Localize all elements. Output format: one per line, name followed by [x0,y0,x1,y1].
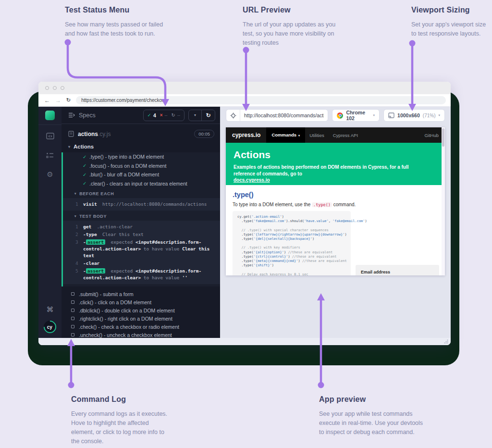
window-minimize-button[interactable] [53,86,57,90]
test-row-pending[interactable]: .click() - click on a DOM element [62,298,220,306]
browser-select[interactable]: Chrome 102 ▾ [332,109,380,122]
nav-item-cypress-api[interactable]: Cypress API [329,133,362,138]
address-bar[interactable]: https://customer.com/payment/checkout [76,96,446,104]
command-row[interactable]: 2-type Clear this text [75,231,216,238]
test-row-pending[interactable]: .rightclick() - right click on a DOM ele… [62,314,220,323]
specs-menu-icon[interactable] [68,112,75,118]
test-title: .submit() - submit a form [79,291,134,297]
command-number: 4 [75,260,83,267]
forward-icon[interactable]: → [55,97,61,104]
test-title: .rightclick() - right click on a DOM ele… [79,316,172,322]
test-row-passed[interactable]: ✓.clear() - clears an input or textarea … [63,179,220,188]
command-text: get .action-clear [83,224,216,230]
command-row[interactable]: 4-clear [75,260,216,267]
command-row[interactable]: 1visit http://localhost:8080/commands/ac… [75,201,216,208]
annotation-command-log: Command Log Every command logs as it exe… [71,395,167,446]
runner-main: ⚙ ⌘ cy Specs ✓ 4 × -- ↻ -- [38,107,451,338]
iframe-scrollbar[interactable] [442,127,445,275]
cypress-logo-icon[interactable] [45,111,55,120]
test-row-pending[interactable]: .submit() - submit a form [62,290,220,298]
viewport-select[interactable]: 1000x660 (71%) ▾ [383,109,445,122]
nav-item-utilities[interactable]: Utilities [305,133,329,138]
selector-playground-button[interactable] [226,110,240,121]
test-results-icon[interactable] [46,151,54,160]
annotation-title: Viewport Sizing [411,6,486,14]
type-section-heading: .type() [233,191,438,199]
suite-actions[interactable]: ▾ Actions [62,142,220,152]
test-row-pending[interactable]: .dblclick() - double click on a DOM elem… [62,306,220,314]
test-title: .dblclick() - double click on a DOM elem… [79,308,175,313]
url-preview-input[interactable] [240,112,328,118]
specs-header: Specs ✓ 4 × -- ↻ -- ▾ ↻ [62,107,220,124]
code-line [237,268,346,272]
specs-label[interactable]: Specs [79,112,96,119]
cypress-badge-icon[interactable]: cy [41,318,59,336]
code-line: // .type() with special character sequen… [237,228,346,233]
scrollbar-thumb[interactable] [442,128,444,147]
annotation-title: URL Preview [243,6,335,14]
before-each-commands: 1visit http://localhost:8080/commands/ac… [63,198,220,211]
divider [38,124,62,125]
reload-icon[interactable]: ↻ [66,97,71,103]
code-line: .type('fake@email.com').should('have.val… [237,219,346,224]
chevron-down-icon: ▾ [194,113,196,117]
test-row-pending[interactable]: .check() - check a checkbox or radio ele… [62,323,220,331]
failed-icon: × [160,112,163,118]
pending-box-icon [71,309,74,312]
test-status-menu[interactable]: ✓ 4 × -- ↻ -- [143,110,184,121]
code-line: .type('{ctrl}{control}') //these are equ… [237,255,346,259]
browser-toolbar: ← → ↻ https://customer.com/payment/check… [38,94,451,107]
browser-preview-icon[interactable] [46,132,54,140]
pending-count: -- [177,113,180,118]
command-row[interactable]: 5-assert expected <input#description.for… [75,268,216,281]
chevron-down-icon: ▾ [74,214,76,218]
run-controls: ▾ ↻ [188,110,215,121]
docs-link[interactable]: docs.cypress.io [234,177,270,183]
app-brand[interactable]: cypress.io [226,132,266,138]
annotation-desc: Set your app's viewport size to test res… [411,20,486,38]
email-form-card: Email address Disabled Textarea [356,265,439,275]
command-text: -type Clear this text [83,231,216,238]
browser-window: ← → ↻ https://customer.com/payment/check… [38,82,451,345]
command-row[interactable]: 1get .action-clear [75,224,216,230]
window-zoom-button[interactable] [61,86,64,90]
test-row-passed[interactable]: ✓.blur() - blur off a DOM element [63,170,220,179]
nav-item-commands[interactable]: Commands▾ [266,127,305,143]
code-block: cy.get('.action-email') .type('fake@emai… [233,211,351,275]
test-row-pending[interactable]: .uncheck() - uncheck a checkbox element [62,331,220,338]
annotation-desc: See how many tests passed or failed and … [65,20,163,38]
command-row[interactable]: 3-assert expected <input#description.for… [75,239,216,259]
section-label: TEST BODY [79,214,107,219]
window-close-button[interactable] [45,86,49,90]
test-body-commands: 1get .action-clear2-type Clear this text… [63,221,220,284]
chevron-down-icon: ▾ [373,113,375,117]
resize-grip-icon[interactable] [444,339,448,344]
app-content: .type() To type into a DOM element, use … [226,185,445,275]
test-body-header[interactable]: ▾ TEST BODY [63,211,220,221]
app-hero-subtitle: Examples of actions being performed on D… [234,164,425,184]
command-text: -clear [83,260,216,267]
before-each-header[interactable]: ▾ BEFORE EACH [63,188,220,198]
check-icon: ✓ [83,154,89,160]
test-title: .blur() - blur off a DOM element [89,172,159,177]
app-navbar: cypress.io Commands▾ Utilities Cypress A… [226,127,445,143]
test-row-passed[interactable]: ✓.type() - type into a DOM element [63,152,220,162]
pending-box-icon [71,292,74,296]
test-row-passed[interactable]: ✓.focus() - focus on a DOM element [63,162,220,171]
passed-count: 4 [153,112,156,118]
command-number: 1 [75,224,83,230]
back-icon[interactable]: ← [44,97,50,104]
code-line: .type('{leftarrow}{rightarrow}{uparrow}{… [237,233,346,237]
collapse-button[interactable]: ▾ [189,110,202,121]
settings-gear-icon[interactable]: ⚙ [47,170,53,179]
code-line: .type('{del}{selectall}{backspace}') [237,237,346,241]
app-hero-title: Actions [234,149,437,161]
pending-box-icon [71,300,74,304]
type-section-intro: To type into a DOM element, use the .typ… [233,202,438,207]
code-line: .type('{alt}{option}') //these are equiv… [237,250,346,255]
code-line: .type('{meta}{command}{cmd}') //these ar… [237,259,346,263]
rerun-button[interactable]: ↻ [202,110,215,121]
command-number: 1 [75,201,83,208]
keyboard-shortcuts-icon[interactable]: ⌘ [47,305,54,314]
annotation-title: App preview [319,395,423,404]
